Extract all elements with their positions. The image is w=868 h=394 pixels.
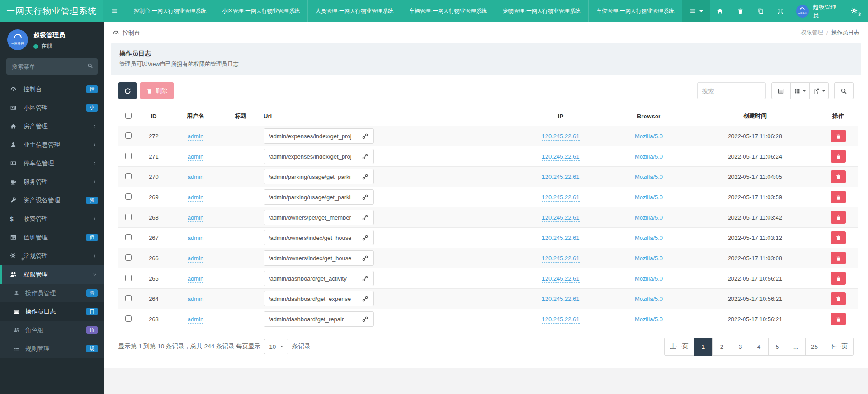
page-2-button[interactable]: 2: [712, 338, 731, 356]
row-checkbox[interactable]: [125, 153, 132, 159]
settings-button[interactable]: [851, 7, 861, 15]
refresh-button[interactable]: [118, 82, 137, 99]
browser-link[interactable]: Mozilla/5.0: [635, 133, 663, 140]
url-input[interactable]: [264, 169, 356, 184]
column-header-createtime[interactable]: 创建时间: [692, 107, 818, 126]
username-link[interactable]: admin: [188, 296, 203, 303]
url-input[interactable]: [264, 189, 356, 205]
row-delete-button[interactable]: [831, 130, 846, 142]
tab-personnel[interactable]: 人员管理-一网天行物业管理系统: [308, 0, 401, 22]
ip-link[interactable]: 120.245.22.61: [542, 194, 579, 202]
open-url-button[interactable]: [356, 271, 374, 286]
row-checkbox[interactable]: [125, 193, 132, 200]
search-toggle-button[interactable]: [834, 82, 854, 99]
open-url-button[interactable]: [356, 311, 374, 327]
user-avatar[interactable]: 一网天行: [796, 5, 809, 18]
browser-link[interactable]: Mozilla/5.0: [635, 235, 663, 241]
export-button[interactable]: [809, 82, 829, 99]
browser-link[interactable]: Mozilla/5.0: [635, 296, 663, 302]
url-input[interactable]: [264, 230, 356, 245]
select-all-checkbox[interactable]: [125, 113, 132, 119]
username-link[interactable]: admin: [188, 235, 203, 242]
row-delete-button[interactable]: [831, 170, 846, 183]
column-header-browser[interactable]: Browser: [606, 107, 692, 126]
browser-link[interactable]: Mozilla/5.0: [635, 153, 663, 160]
menu-search-input[interactable]: [6, 58, 98, 75]
tab-pet[interactable]: 宠物管理-一网天行物业管理系统: [495, 0, 589, 22]
tab-parking-space[interactable]: 车位管理-一网天行物业管理系统: [589, 0, 682, 22]
ip-link[interactable]: 120.245.22.61: [542, 296, 579, 303]
tab-vehicle[interactable]: 车辆管理-一网天行物业管理系统: [401, 0, 495, 22]
ip-link[interactable]: 120.245.22.61: [542, 133, 579, 141]
sidebar-item-permission[interactable]: 权限管理: [0, 265, 104, 284]
open-url-button[interactable]: [356, 210, 374, 225]
browser-link[interactable]: Mozilla/5.0: [635, 275, 663, 282]
row-delete-button[interactable]: [831, 211, 846, 224]
username-link[interactable]: admin: [188, 316, 203, 324]
page-1-button[interactable]: 1: [694, 338, 713, 356]
columns-button[interactable]: [790, 82, 810, 99]
page-5-button[interactable]: 5: [768, 338, 787, 356]
table-search-input[interactable]: [697, 82, 766, 99]
home-button[interactable]: [710, 0, 730, 22]
row-delete-button[interactable]: [831, 272, 846, 285]
username-link[interactable]: admin: [188, 133, 203, 141]
page-4-button[interactable]: 4: [750, 338, 769, 356]
copy-button[interactable]: [750, 0, 771, 22]
page-25-button[interactable]: 25: [805, 338, 824, 356]
sidebar-item-charging[interactable]: $ 收费管理: [0, 210, 104, 228]
row-checkbox[interactable]: [125, 132, 132, 139]
ip-link[interactable]: 120.245.22.61: [542, 214, 579, 222]
tabs-menu-button[interactable]: [682, 0, 710, 22]
sidebar-item-assets[interactable]: 资产设备管理 资: [0, 191, 104, 210]
url-input[interactable]: [264, 250, 356, 266]
row-checkbox[interactable]: [125, 275, 132, 281]
row-delete-button[interactable]: [831, 150, 846, 163]
sidebar-item-operator-log[interactable]: 操作员日志 日: [0, 302, 104, 321]
url-input[interactable]: [264, 128, 356, 144]
row-checkbox[interactable]: [125, 254, 132, 261]
open-url-button[interactable]: [356, 149, 374, 164]
column-header-operate[interactable]: 操作: [818, 107, 858, 126]
open-url-button[interactable]: [356, 189, 374, 205]
open-url-button[interactable]: [356, 291, 374, 306]
column-header-ip[interactable]: IP: [515, 107, 606, 126]
browser-link[interactable]: Mozilla/5.0: [635, 316, 663, 323]
sidebar-item-role-group[interactable]: 角色组 角: [0, 321, 104, 339]
clear-button[interactable]: [730, 0, 750, 22]
sidebar-item-community[interactable]: 小区管理 小: [0, 98, 104, 117]
ip-link[interactable]: 120.245.22.61: [542, 316, 579, 324]
column-header-url[interactable]: Url: [260, 107, 515, 126]
breadcrumb[interactable]: 控制台: [113, 29, 140, 37]
row-delete-button[interactable]: [831, 191, 846, 203]
ip-link[interactable]: 120.245.22.61: [542, 255, 579, 263]
page-size-select[interactable]: 10: [264, 339, 288, 354]
row-delete-button[interactable]: [831, 252, 846, 264]
browser-link[interactable]: Mozilla/5.0: [635, 214, 663, 221]
url-input[interactable]: [264, 149, 356, 164]
row-delete-button[interactable]: [831, 231, 846, 244]
sidebar-item-general[interactable]: 常规管理: [0, 247, 104, 265]
sidebar-toggle-button[interactable]: [103, 0, 126, 22]
ip-link[interactable]: 120.245.22.61: [542, 235, 579, 242]
sidebar-item-duty[interactable]: 值班管理 值: [0, 228, 104, 247]
url-input[interactable]: [264, 311, 356, 327]
username-link[interactable]: admin: [188, 255, 203, 263]
open-url-button[interactable]: [356, 230, 374, 245]
row-checkbox[interactable]: [125, 234, 132, 240]
tab-console[interactable]: 控制台-一网天行物业管理系统: [126, 0, 214, 22]
ip-link[interactable]: 120.245.22.61: [542, 174, 579, 181]
page-3-button[interactable]: 3: [731, 338, 750, 356]
detail-view-button[interactable]: [771, 82, 791, 99]
tab-community[interactable]: 小区管理-一网天行物业管理系统: [214, 0, 308, 22]
sidebar-item-dashboard[interactable]: 控制台 控: [0, 80, 104, 98]
sidebar-avatar[interactable]: 一网天行: [7, 29, 28, 50]
username-link[interactable]: admin: [188, 194, 203, 202]
fullscreen-button[interactable]: [770, 0, 791, 22]
url-input[interactable]: [264, 271, 356, 286]
url-input[interactable]: [264, 291, 356, 306]
column-header-username[interactable]: 用户名: [170, 107, 222, 126]
open-url-button[interactable]: [356, 128, 374, 144]
browser-link[interactable]: Mozilla/5.0: [635, 174, 663, 180]
page-next-button[interactable]: 下一页: [824, 338, 854, 356]
